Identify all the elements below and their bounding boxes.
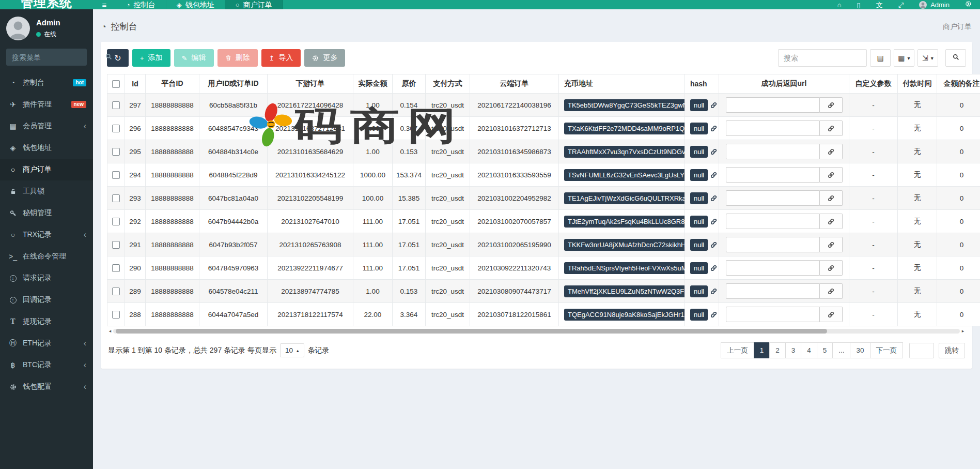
prev-page-button[interactable]: 上一页 bbox=[721, 342, 754, 358]
return-url-input[interactable] bbox=[726, 167, 820, 183]
import-button[interactable]: ↥导入 bbox=[261, 49, 301, 67]
sidebar-item-TRX记录[interactable]: ○TRX记录‹ bbox=[0, 224, 93, 246]
return-url-input[interactable] bbox=[726, 260, 820, 276]
export-button[interactable]: ⇲▾ bbox=[917, 49, 938, 67]
sidebar-item-提现记录[interactable]: T提现记录 bbox=[0, 311, 93, 332]
scrollbar-track[interactable] bbox=[113, 329, 960, 334]
sidebar-toggle-button[interactable]: ≡ bbox=[93, 0, 116, 9]
sidebar-item-工具锁[interactable]: 工具锁 bbox=[0, 180, 93, 202]
navbar-user-menu[interactable]: Admin bbox=[919, 1, 950, 9]
link-icon[interactable] bbox=[710, 148, 717, 155]
table-search-input[interactable] bbox=[778, 49, 867, 67]
row-checkbox[interactable] bbox=[112, 125, 120, 132]
page-button-3[interactable]: 3 bbox=[785, 342, 802, 358]
sidebar-item-BTC记录[interactable]: ฿BTC记录‹ bbox=[0, 354, 93, 376]
row-checkbox[interactable] bbox=[112, 194, 120, 202]
add-button[interactable]: +添加 bbox=[132, 49, 170, 67]
return-url-input[interactable] bbox=[726, 283, 820, 299]
link-icon[interactable] bbox=[710, 288, 717, 295]
page-button-4[interactable]: 4 bbox=[801, 342, 817, 358]
address-badge[interactable]: TRah5dENSprsVtyeh5HeoFVXwXs5uMcnmq bbox=[564, 262, 685, 274]
sidebar-item-会员管理[interactable]: ▤会员管理‹ bbox=[0, 115, 93, 137]
table-view-button[interactable]: ▤ bbox=[870, 49, 891, 67]
address-badge[interactable]: TSvNFUMLL6zG32vEnSAevc3LgUsLYHzeeT bbox=[564, 169, 685, 181]
copy-link-button[interactable] bbox=[820, 260, 843, 276]
sidebar-item-在线命令管理[interactable]: >_在线命令管理 bbox=[0, 246, 93, 267]
copy-link-button[interactable] bbox=[820, 97, 843, 113]
scrollbar-thumb[interactable] bbox=[116, 329, 827, 334]
copy-link-button[interactable] bbox=[820, 214, 843, 229]
return-url-input[interactable] bbox=[726, 144, 820, 159]
copy-link-button[interactable] bbox=[820, 237, 843, 252]
sidebar-item-插件管理[interactable]: ✈插件管理new bbox=[0, 94, 93, 115]
link-icon[interactable] bbox=[710, 265, 717, 271]
copy-link-button[interactable] bbox=[820, 190, 843, 206]
sidebar-item-回调记录[interactable]: ↑回调记录 bbox=[0, 289, 93, 311]
sidebar-item-控制台[interactable]: ◔控制台hot bbox=[0, 72, 93, 94]
scroll-right-icon[interactable]: ▸ bbox=[960, 328, 966, 334]
link-icon[interactable] bbox=[710, 195, 717, 202]
sidebar-item-商户订单[interactable]: ○商户订单 bbox=[0, 159, 93, 180]
link-icon[interactable] bbox=[710, 125, 717, 132]
address-badge[interactable]: TRAAhftMxX7vu3qn7VxsDCzUt9NDGvq2Bq bbox=[564, 146, 685, 158]
link-icon[interactable] bbox=[710, 172, 717, 178]
copy-link-button[interactable] bbox=[820, 120, 843, 136]
address-badge[interactable]: TK5eb5tDWw8YgqC73GeS5kTEZ3gwNigWo2 bbox=[564, 99, 685, 111]
row-checkbox[interactable] bbox=[112, 171, 120, 179]
jump-button[interactable]: 跳转 bbox=[939, 343, 965, 358]
address-badge[interactable]: TKKFw3nrUA8jXMuAfzhDcnC72skikhHVDn bbox=[564, 239, 685, 251]
return-url-input[interactable] bbox=[726, 97, 820, 113]
link-icon[interactable] bbox=[710, 241, 717, 248]
nav-tab-商户订单[interactable]: ○商户订单 bbox=[225, 0, 283, 9]
address-badge[interactable]: TE1AgEJivTjWzXdGicG6uQULTRXRkaAkK4 bbox=[564, 192, 685, 204]
jump-page-input[interactable] bbox=[909, 343, 934, 358]
sidebar-search-input[interactable] bbox=[12, 53, 105, 62]
return-url-input[interactable] bbox=[726, 120, 820, 136]
row-checkbox[interactable] bbox=[112, 148, 120, 156]
copy-link-button[interactable] bbox=[820, 144, 843, 159]
delete-button[interactable]: 删除 bbox=[217, 49, 258, 67]
nav-tab-钱包地址[interactable]: ◈钱包地址 bbox=[166, 0, 225, 9]
sidebar-item-钱包地址[interactable]: ◈钱包地址 bbox=[0, 137, 93, 159]
address-badge[interactable]: TXaK6KtdFF2e72MDD4saMM9oRP1QXotG3C bbox=[564, 123, 685, 134]
more-button[interactable]: 更多 bbox=[304, 49, 345, 67]
tablet-icon[interactable]: ▯ bbox=[857, 1, 861, 9]
home-icon[interactable]: ⌂ bbox=[837, 1, 842, 9]
language-icon[interactable]: 文 bbox=[876, 1, 883, 9]
link-icon[interactable] bbox=[710, 218, 717, 225]
row-checkbox[interactable] bbox=[112, 264, 120, 272]
row-checkbox[interactable] bbox=[112, 241, 120, 249]
page-size-select[interactable]: 10 ▴ bbox=[280, 343, 304, 357]
search-button[interactable] bbox=[945, 49, 966, 67]
address-badge[interactable]: TQEgACC91N8uje9aK8koSajEkJGHr1ANEb bbox=[564, 309, 685, 321]
link-icon[interactable] bbox=[710, 102, 717, 109]
return-url-input[interactable] bbox=[726, 307, 820, 322]
page-button-5[interactable]: 5 bbox=[817, 342, 833, 358]
settings-gear-icon[interactable] bbox=[965, 1, 972, 9]
select-all-checkbox[interactable] bbox=[112, 80, 120, 88]
next-page-button[interactable]: 下一页 bbox=[870, 342, 904, 358]
page-button-1[interactable]: 1 bbox=[754, 342, 770, 358]
link-icon[interactable] bbox=[710, 311, 717, 318]
row-checkbox[interactable] bbox=[112, 311, 120, 319]
row-checkbox[interactable] bbox=[112, 101, 120, 109]
search-icon[interactable] bbox=[105, 53, 112, 62]
return-url-input[interactable] bbox=[726, 190, 820, 206]
page-button-30[interactable]: 30 bbox=[850, 342, 870, 358]
scroll-left-icon[interactable]: ◂ bbox=[107, 328, 113, 334]
expand-icon[interactable]: ⤢ bbox=[898, 1, 904, 9]
copy-link-button[interactable] bbox=[820, 283, 843, 299]
page-button-2[interactable]: 2 bbox=[769, 342, 786, 358]
address-badge[interactable]: TJtE2ymTuqAk2sFsqKu4BkLLUc8GR8fQSP bbox=[564, 216, 685, 228]
grid-view-button[interactable]: ▦▾ bbox=[894, 49, 914, 67]
sidebar-item-请求记录[interactable]: ↓请求记录 bbox=[0, 267, 93, 289]
address-badge[interactable]: TMehVff2jXKLEU9LZuN5zNTwW2Q3FUNrWi bbox=[564, 285, 685, 297]
sidebar-item-秘钥管理[interactable]: 秘钥管理 bbox=[0, 202, 93, 224]
copy-link-button[interactable] bbox=[820, 307, 843, 322]
sidebar-item-ETH记录[interactable]: ⒽETH记录‹ bbox=[0, 332, 93, 354]
row-checkbox[interactable] bbox=[112, 288, 120, 295]
copy-link-button[interactable] bbox=[820, 167, 843, 183]
return-url-input[interactable] bbox=[726, 214, 820, 229]
return-url-input[interactable] bbox=[726, 237, 820, 252]
edit-button[interactable]: ✎编辑 bbox=[174, 49, 214, 67]
